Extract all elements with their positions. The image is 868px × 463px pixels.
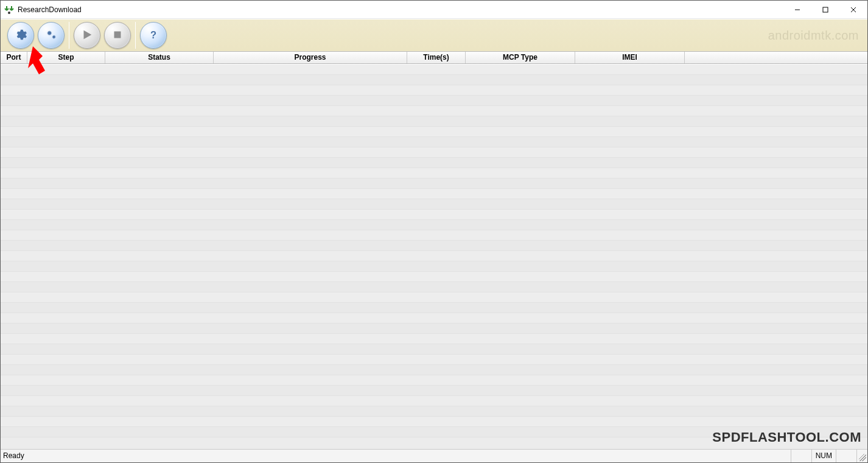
resize-grip-icon[interactable] — [856, 450, 867, 462]
svg-point-0 — [8, 12, 10, 14]
table-row — [1, 199, 867, 210]
close-button[interactable] — [839, 1, 867, 18]
table-row — [1, 261, 867, 272]
app-window: ResearchDownload — [0, 0, 868, 463]
table-row — [1, 230, 867, 241]
table-row — [1, 241, 867, 251]
table-row — [1, 178, 867, 189]
statusbar-cell — [836, 450, 856, 462]
column-port[interactable]: Port — [1, 52, 27, 63]
table-row — [1, 75, 867, 85]
stop-button[interactable] — [104, 22, 131, 49]
table-header: Port Step Status Progress Time(s) MCP Ty… — [1, 52, 867, 64]
statusbar: Ready NUM — [1, 449, 867, 462]
column-spacer — [685, 52, 867, 63]
gear-icon — [14, 28, 27, 43]
table-row — [1, 96, 867, 106]
table-row — [1, 168, 867, 178]
table-row — [1, 334, 867, 344]
table-row — [1, 85, 867, 96]
window-title: ResearchDownload — [18, 5, 82, 14]
table-row — [1, 427, 867, 437]
column-step[interactable]: Step — [27, 52, 105, 63]
table-row — [1, 106, 867, 116]
column-progress[interactable]: Progress — [214, 52, 407, 63]
svg-rect-7 — [114, 31, 121, 38]
play-icon — [80, 28, 94, 43]
column-imei[interactable]: IMEI — [575, 52, 685, 63]
table-row — [1, 272, 867, 282]
maximize-button[interactable] — [811, 1, 839, 18]
table-row — [1, 158, 867, 168]
table-row — [1, 365, 867, 375]
statusbar-numlock: NUM — [811, 450, 836, 462]
window-controls — [783, 1, 867, 18]
status-text: Ready — [1, 450, 28, 462]
table-row — [1, 344, 867, 355]
titlebar: ResearchDownload — [1, 1, 867, 19]
table-row — [1, 375, 867, 386]
table-row — [1, 406, 867, 417]
help-button[interactable]: ? — [140, 22, 167, 49]
table-row — [1, 355, 867, 365]
watermark-top: androidmtk.com — [768, 29, 859, 43]
settings-button[interactable] — [7, 22, 34, 49]
toolbar-separator — [69, 22, 69, 49]
minimize-button[interactable] — [783, 1, 811, 18]
table-row — [1, 323, 867, 334]
column-time[interactable]: Time(s) — [407, 52, 466, 63]
table-body[interactable]: SPDFLASHTOOL.COM — [1, 64, 867, 449]
table-row — [1, 417, 867, 427]
svg-rect-2 — [823, 7, 828, 12]
table-row — [1, 396, 867, 406]
table-row — [1, 147, 867, 158]
gears-icon — [44, 28, 58, 43]
table-row — [1, 127, 867, 137]
column-status[interactable]: Status — [105, 52, 214, 63]
table-row — [1, 65, 867, 75]
table-row — [1, 386, 867, 396]
column-mcp[interactable]: MCP Type — [466, 52, 575, 63]
table-row — [1, 282, 867, 292]
table-row — [1, 251, 867, 261]
help-icon: ? — [147, 28, 160, 43]
svg-text:?: ? — [150, 29, 156, 40]
toolbar: ? androidmtk.com — [1, 19, 867, 52]
multi-settings-button[interactable] — [38, 22, 65, 49]
table-row — [1, 189, 867, 199]
table-row — [1, 303, 867, 313]
table-row — [1, 210, 867, 220]
table-row — [1, 292, 867, 303]
statusbar-cell — [791, 450, 811, 462]
app-icon — [4, 5, 14, 15]
toolbar-separator — [135, 22, 136, 49]
table-row — [1, 116, 867, 127]
stop-icon — [111, 28, 124, 43]
table-row — [1, 220, 867, 230]
table-row — [1, 137, 867, 147]
start-button[interactable] — [74, 22, 100, 49]
table-row — [1, 313, 867, 323]
